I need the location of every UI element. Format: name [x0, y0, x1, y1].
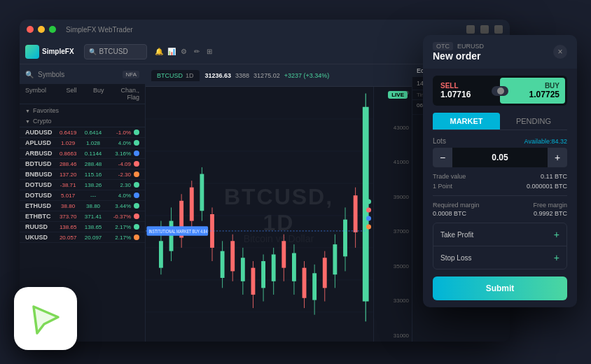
- svg-rect-8: [159, 241, 163, 267]
- col-sell-header: Sell: [58, 87, 85, 101]
- chart-icon[interactable]: 📊: [167, 47, 176, 57]
- lots-increase-button[interactable]: +: [548, 148, 567, 167]
- symbol-row-dotusd2[interactable]: DOTUSD 5.017 --- 4.0%: [20, 190, 145, 201]
- bell-icon[interactable]: 🔔: [154, 47, 164, 57]
- svg-rect-26: [251, 268, 256, 295]
- navigation-icon: [27, 300, 65, 338]
- free-margin-label: Free margin: [533, 202, 567, 209]
- svg-rect-38: [312, 273, 317, 300]
- stop-loss-label: Stop Loss: [440, 254, 471, 262]
- toolbar-icons: 🔔 📊 ⚙ ✏ ⊞: [154, 47, 214, 57]
- title-bar-right: [466, 25, 503, 34]
- window-close-icon[interactable]: [494, 25, 503, 34]
- buy-price: 1.07725: [506, 90, 559, 99]
- lots-available: Available:84.32: [524, 138, 567, 145]
- symbol-row-ukusd[interactable]: UKUSD 20.057 20.097 2.17%: [20, 232, 145, 243]
- chart-side-icons: [366, 200, 371, 230]
- stop-loss-row[interactable]: Stop Loss +: [433, 246, 566, 269]
- toggle-dot: [497, 88, 504, 94]
- take-profit-row[interactable]: Take Profit +: [433, 223, 566, 246]
- pen-icon[interactable]: ✏: [192, 47, 202, 57]
- live-badge: LIVE: [388, 91, 408, 99]
- chart-area: BTCUSD 1D 31236.63 3388 31275.02 +3237 (…: [146, 64, 412, 342]
- lots-value: 0.05: [452, 153, 548, 162]
- settings-icon[interactable]: ⚙: [179, 47, 189, 57]
- close-dot[interactable]: [27, 26, 34, 33]
- point-row: 1 Point 0.000001 BTC: [433, 183, 567, 190]
- dot-1: [366, 200, 371, 204]
- tab-pending[interactable]: PENDING: [500, 113, 567, 130]
- sidebar-title: Symbols: [38, 71, 64, 78]
- logo-icon: [25, 45, 39, 59]
- order-type-tabs: MARKET PENDING: [433, 113, 567, 130]
- symbol-search[interactable]: 🔍 BTCUSD: [84, 44, 147, 59]
- sell-buy-toggle[interactable]: SELL 1.07716 BUY 1.07725: [433, 76, 567, 106]
- sell-label: SELL: [440, 82, 494, 90]
- symbol-row-arbusd[interactable]: ARBUSD 0.8663 0.1144 3.16%: [20, 148, 145, 159]
- margin-values-row: 0.0008 BTC 0.9992 BTC: [433, 210, 567, 217]
- crypto-section: ▼ Crypto: [20, 115, 145, 127]
- stop-loss-expand-icon[interactable]: +: [554, 252, 559, 263]
- tp-sl-section: Take Profit + Stop Loss +: [433, 223, 567, 270]
- svg-rect-30: [272, 254, 276, 281]
- order-header: OTC EURUSD New order ×: [423, 35, 577, 69]
- new-order-panel: OTC EURUSD New order × SELL 1.07716 BUY …: [423, 35, 577, 307]
- sidebar-search-icon: 🔍: [25, 71, 34, 78]
- chart-symbol-tab[interactable]: BTCUSD 1D: [151, 70, 200, 81]
- candlestick-chart: INSTITUTIONAL MARKET BUY 4.84: [146, 87, 412, 342]
- toggle-switch[interactable]: [492, 86, 508, 96]
- price-scale: 45000 43000 41000 39000 37000 35000 3300…: [373, 87, 412, 342]
- take-profit-expand-icon[interactable]: +: [554, 229, 559, 240]
- symbol-row-ruusd[interactable]: RUUSD 138.65 138.65 2.17%: [20, 222, 145, 232]
- order-title: New order: [433, 50, 484, 62]
- divider-1: [433, 195, 567, 196]
- symbol-row-dotusd1[interactable]: DOTUSD -38.71 138.26 2.30: [20, 180, 145, 190]
- symbol-row-aplusd[interactable]: APLUSD 1.029 1.028 4.0%: [20, 138, 145, 148]
- svg-rect-28: [261, 261, 265, 288]
- currency-label: OTC: [433, 42, 453, 50]
- svg-rect-40: [323, 258, 327, 288]
- svg-rect-46: [354, 195, 358, 232]
- trade-value: 0.11 BTC: [541, 173, 567, 180]
- symbols-table-header: Symbol Sell Buy Chan., Flag: [20, 84, 145, 104]
- symbol-row-ethbtc[interactable]: ETHBTC 373.70 371.41 -0.37%: [20, 211, 145, 222]
- symbol-row-audusd[interactable]: AUDUSD 0.6419 0.6414 -1.0%: [20, 127, 145, 138]
- submit-button[interactable]: Submit: [433, 276, 567, 300]
- lots-decrease-button[interactable]: −: [433, 148, 452, 167]
- svg-rect-24: [241, 258, 245, 281]
- lots-stepper[interactable]: − 0.05 +: [433, 148, 567, 167]
- svg-rect-14: [190, 188, 194, 221]
- svg-rect-20: [221, 251, 225, 278]
- price-high-val: 3388: [235, 72, 249, 79]
- order-pair: EURUSD: [457, 43, 484, 50]
- window-expand-icon[interactable]: [480, 25, 489, 34]
- dot-3: [366, 216, 371, 221]
- order-header-left: OTC EURUSD New order: [433, 42, 484, 62]
- dot-2: [366, 208, 371, 213]
- window-minimize-icon[interactable]: [466, 25, 475, 34]
- svg-rect-16: [200, 174, 204, 211]
- svg-rect-36: [303, 268, 307, 298]
- price-change: +3237 (+3.34%): [284, 72, 330, 79]
- symbol-row-ethusd[interactable]: ETHUSD 38.80 38.80 3.44%: [20, 201, 145, 211]
- point-value: 0.000001 BTC: [527, 183, 567, 190]
- buy-side[interactable]: BUY 1.07725: [500, 78, 565, 104]
- col-symbol-header: Symbol: [25, 87, 58, 101]
- favorites-section: Favorites: [20, 104, 145, 115]
- tab-market[interactable]: MARKET: [433, 113, 500, 130]
- symbol-row-bdtusd[interactable]: BDTUSD 288.46 288.48 -4.09: [20, 159, 145, 169]
- order-close-button[interactable]: ×: [553, 45, 567, 59]
- lots-label: Lots: [433, 137, 446, 145]
- minimize-dot[interactable]: [38, 26, 45, 33]
- search-icon: 🔍: [89, 48, 97, 55]
- maximize-dot[interactable]: [49, 26, 56, 33]
- required-margin-label: Required margin: [433, 202, 480, 209]
- svg-rect-34: [292, 253, 296, 281]
- svg-rect-32: [281, 241, 286, 267]
- grid-icon[interactable]: ⊞: [204, 47, 214, 57]
- symbol-row-bnbusd[interactable]: BNBUSD 137.20 115.16 -2.30: [20, 169, 145, 180]
- chart-toolbar: BTCUSD 1D 31236.63 3388 31275.02 +3237 (…: [146, 64, 412, 87]
- required-margin-row: Required margin Free margin: [433, 202, 567, 209]
- take-profit-label: Take Profit: [440, 231, 473, 239]
- logo: SimpleFX: [25, 45, 74, 59]
